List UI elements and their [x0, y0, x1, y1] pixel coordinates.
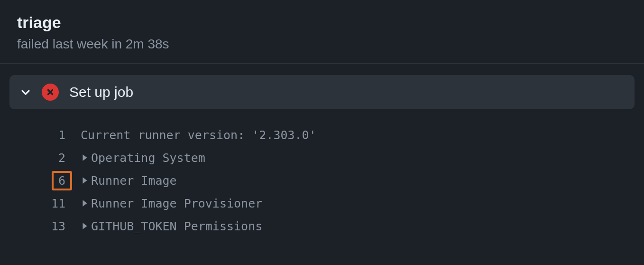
log-text: Operating System [91, 151, 205, 165]
log-line[interactable]: 2Operating System [9, 146, 635, 169]
line-content: Current runner version: '2.303.0' [81, 128, 316, 142]
line-number[interactable]: 6 [9, 171, 81, 190]
svg-marker-5 [83, 223, 87, 229]
line-content: GITHUB_TOKEN Permissions [81, 219, 262, 233]
log-line[interactable]: 11Runner Image Provisioner [9, 192, 635, 215]
caret-right-icon[interactable] [81, 176, 89, 185]
step-title: Set up job [69, 84, 133, 100]
job-header: triage failed last week in 2m 38s [0, 0, 644, 63]
svg-marker-3 [83, 177, 87, 184]
log-output: 1Current runner version: '2.303.0'2Opera… [9, 109, 635, 237]
line-number[interactable]: 1 [9, 128, 81, 142]
svg-marker-4 [83, 200, 87, 207]
line-content: Runner Image [81, 174, 177, 188]
line-number[interactable]: 13 [9, 219, 81, 233]
log-text: Current runner version: '2.303.0' [81, 128, 316, 142]
log-text: Runner Image [91, 174, 177, 188]
line-content: Operating System [81, 151, 205, 165]
line-number[interactable]: 11 [9, 197, 81, 210]
log-line[interactable]: 13GITHUB_TOKEN Permissions [9, 215, 635, 237]
caret-right-icon[interactable] [81, 222, 89, 230]
job-title: triage [17, 13, 627, 32]
caret-right-icon[interactable] [81, 153, 89, 162]
svg-marker-2 [83, 154, 87, 161]
step-header[interactable]: Set up job [9, 75, 635, 109]
log-text: Runner Image Provisioner [91, 197, 262, 210]
job-status: failed last week in 2m 38s [17, 37, 627, 52]
log-text: GITHUB_TOKEN Permissions [91, 219, 262, 233]
log-line[interactable]: 6Runner Image [9, 169, 635, 192]
line-content: Runner Image Provisioner [81, 197, 262, 210]
caret-right-icon[interactable] [81, 199, 89, 208]
step-section: Set up job 1Current runner version: '2.3… [0, 64, 644, 237]
chevron-down-icon [20, 86, 31, 98]
line-number[interactable]: 2 [9, 151, 81, 165]
failure-icon [42, 84, 59, 101]
log-line: 1Current runner version: '2.303.0' [9, 123, 635, 146]
